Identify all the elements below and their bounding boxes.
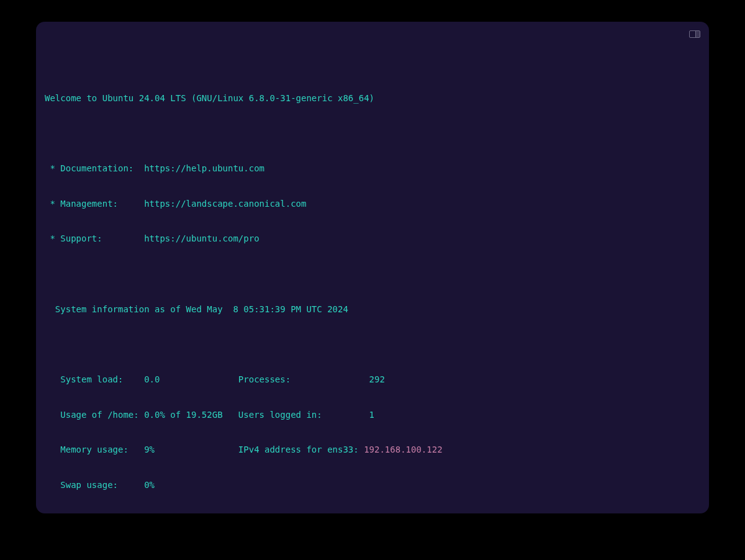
motd-mgmt: * Management: https://landscape.canonica… (45, 198, 700, 210)
ip-address: 192.168.100.122 (364, 445, 442, 454)
sysinfo-row1: System load: 0.0 Processes: 292 (45, 374, 700, 386)
sysinfo-row4: Swap usage: 0% (45, 479, 700, 491)
split-pane-icon[interactable] (689, 30, 700, 38)
sysinfo-header: System information as of Wed May 8 05:31… (45, 304, 700, 315)
motd-support: * Support: https://ubuntu.com/pro (45, 233, 700, 245)
blank (45, 268, 700, 280)
terminal-window[interactable]: Welcome to Ubuntu 24.04 LTS (GNU/Linux 6… (36, 22, 709, 513)
blank (45, 338, 700, 350)
sysinfo-row2: Usage of /home: 0.0% of 19.52GB Users lo… (45, 409, 700, 421)
sysinfo-row3: Memory usage: 9% IPv4 address for ens33:… (45, 444, 700, 456)
blank (45, 127, 700, 139)
motd-doc: * Documentation: https://help.ubuntu.com (45, 163, 700, 174)
motd-welcome: Welcome to Ubuntu 24.04 LTS (GNU/Linux 6… (45, 93, 700, 104)
